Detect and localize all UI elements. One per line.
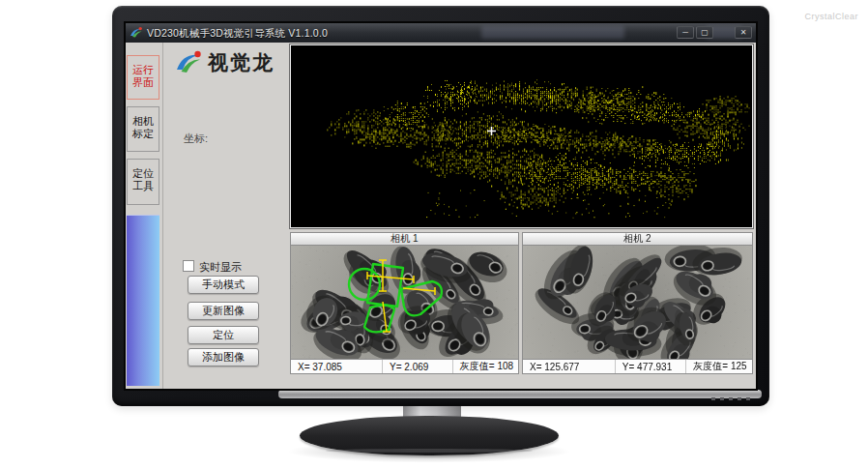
point-cloud-canvas <box>291 45 752 227</box>
minimize-button[interactable]: ─ <box>677 26 694 39</box>
detection-overlay <box>291 246 518 359</box>
close-button[interactable]: ✕ <box>735 26 752 39</box>
camera-1-panel: 相机 1 <box>290 232 519 374</box>
coordinates-label: 坐标: <box>184 132 208 146</box>
camera-1-gray-value: 灰度值= 108 <box>452 360 518 373</box>
brand-logo-text: 视觉龙 <box>208 49 275 76</box>
update-image-button[interactable]: 更新图像 <box>188 302 259 320</box>
blurred-window-title <box>481 26 624 39</box>
camera-2-statusbar: X= 125.677 Y= 477.931 灰度值= 125 <box>522 359 753 374</box>
camera-1-x-value: X= 37.085 <box>291 360 382 373</box>
mouse-cursor-icon <box>487 127 496 135</box>
camera-1-y-value: Y= 2.069 <box>382 360 452 373</box>
window-titlebar[interactable]: VD230机械手3D视觉引导系统 V1.1.0.0 ─ ▢ ✕ <box>126 23 756 43</box>
realtime-display-checkbox[interactable] <box>183 260 194 272</box>
sidebar-tab-camera-calibration[interactable]: 相机标定 <box>127 106 159 152</box>
window-title: VD230机械手3D视觉引导系统 V1.1.0.0 <box>147 27 328 41</box>
photo-background: CrystalClear VD230机械手3D视觉引导系统 V1.1.0.0 ─… <box>0 0 868 469</box>
sidebar-gradient-panel <box>127 215 159 386</box>
maximize-button[interactable]: ▢ <box>696 26 713 39</box>
camera-2-gray-value: 灰度值= 125 <box>685 360 752 373</box>
camera-2-image[interactable] <box>522 246 753 359</box>
camera-2-title: 相机 2 <box>522 232 753 246</box>
point-cloud-viewport[interactable] <box>290 44 753 228</box>
photo-watermark: CrystalClear <box>804 12 858 21</box>
add-image-button[interactable]: 添加图像 <box>188 348 259 366</box>
brand-logo-icon <box>174 48 203 77</box>
bezel-silver-strip <box>278 390 762 398</box>
realtime-display-label: 实时显示 <box>199 260 242 275</box>
camera-2-y-value: Y= 477.931 <box>615 360 685 373</box>
app-logo-icon <box>130 26 143 40</box>
monitor-bezel: VD230机械手3D视觉引导系统 V1.1.0.0 ─ ▢ ✕ 运行界面 相机标… <box>112 6 769 406</box>
manual-mode-button[interactable]: 手动模式 <box>188 276 259 294</box>
sidebar-divider <box>162 43 163 389</box>
brand-logo: 视觉龙 <box>174 48 275 77</box>
camera-1-statusbar: X= 37.085 Y= 2.069 灰度值= 108 <box>290 359 519 374</box>
camera-1-title: 相机 1 <box>290 232 519 246</box>
camera-2-canvas <box>523 246 752 359</box>
camera-2-panel: 相机 2 X= 125.677 Y= 477.931 灰度值= 125 <box>522 232 753 374</box>
screen: VD230机械手3D视觉引导系统 V1.1.0.0 ─ ▢ ✕ 运行界面 相机标… <box>126 23 756 389</box>
osd-buttons[interactable] <box>711 397 750 400</box>
sidebar-tab-positioning-tool[interactable]: 定位工具 <box>127 159 159 205</box>
monitor-stand-base <box>300 416 559 455</box>
camera-1-image[interactable] <box>290 246 519 359</box>
sidebar-tab-run-interface[interactable]: 运行界面 <box>127 55 159 100</box>
camera-2-x-value: X= 125.677 <box>523 360 615 373</box>
locate-button[interactable]: 定位 <box>188 326 259 344</box>
